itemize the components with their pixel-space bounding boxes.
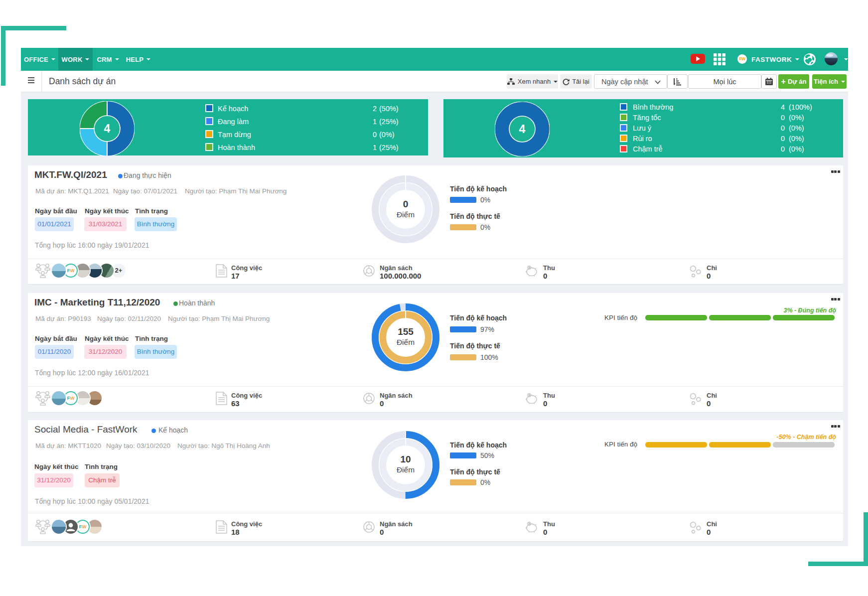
- svg-text:4: 4: [519, 123, 526, 136]
- svg-text:4: 4: [104, 122, 111, 135]
